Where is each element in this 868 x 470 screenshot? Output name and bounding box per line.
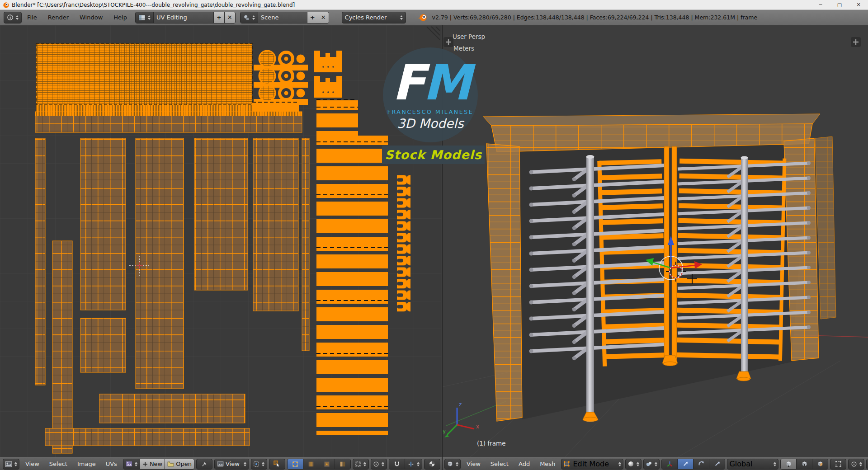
dropdown-arrows (859, 462, 862, 466)
uv-menu-view[interactable]: View (21, 461, 43, 467)
pivot-icon (253, 461, 259, 467)
dropdown-arrows (363, 462, 366, 466)
delete-layout-button[interactable]: ✕ (225, 12, 235, 23)
render-engine-select[interactable]: Cycles Render (342, 12, 406, 24)
manipulator-toggle-button[interactable] (662, 459, 678, 469)
watermark-banner: Stock Models (382, 146, 485, 164)
dropdown-arrows (456, 462, 458, 466)
add-layout-button[interactable]: + (214, 12, 225, 23)
face-select-icon (324, 461, 330, 467)
edge-cube-icon (801, 461, 808, 467)
pivot-point-icon (646, 461, 652, 467)
info-icon (7, 14, 14, 21)
viewport-canvas[interactable]: User Persp Meters (1) frame z x y (443, 25, 868, 457)
toolshelf-toggle[interactable] (443, 37, 453, 47)
pin-image-button[interactable] (196, 459, 212, 470)
dropdown-arrows (16, 15, 19, 20)
manipulator-scale-button[interactable] (709, 459, 725, 469)
render-result-icon (429, 461, 435, 467)
manipulator-translate-button[interactable] (678, 459, 693, 469)
scene-name-field[interactable]: Scene (258, 12, 307, 23)
island-select-icon (340, 461, 346, 467)
uv-select-vertex-button[interactable] (288, 459, 303, 469)
uv-sync-selection-toggle[interactable] (269, 459, 285, 470)
screen-layout-name-field[interactable]: UV Editing (154, 12, 214, 23)
editor-type-3dview-button[interactable] (444, 459, 461, 470)
blender-logo (418, 13, 428, 22)
active-object-overlay: (1) frame (477, 440, 505, 447)
uv-canvas[interactable] (0, 25, 442, 457)
dropdown-arrows (244, 462, 246, 466)
uv-select-edge-button[interactable] (303, 459, 319, 469)
layout-icon (138, 14, 146, 21)
axis-tripod-icon (666, 461, 673, 467)
vp-menu-mesh[interactable]: Mesh (536, 461, 559, 467)
uv-sticky-selection[interactable] (353, 459, 369, 470)
view-name-overlay: User Persp (453, 33, 485, 40)
axis-z-label: z (459, 401, 462, 408)
uv-menu-select[interactable]: Select (45, 461, 71, 467)
screen-layout-icon-button[interactable] (136, 12, 154, 23)
rotate-icon (698, 461, 705, 467)
snap-increment-icon (407, 461, 415, 467)
vp-menu-select[interactable]: Select (486, 461, 513, 467)
uv-select-island-button[interactable] (335, 459, 350, 469)
uv-snap-toggle[interactable] (389, 459, 405, 469)
pivot-point-select[interactable] (643, 459, 660, 470)
transform-orientation-select[interactable]: Global (727, 459, 778, 470)
vp-menu-view[interactable]: View (462, 461, 485, 467)
folder-icon (167, 461, 174, 467)
properties-toggle[interactable] (851, 37, 861, 47)
dropdown-arrows (774, 462, 776, 466)
scene-statistics: v2.79 | Verts:69,280/69,280 | Edges:138,… (432, 14, 758, 21)
viewport-shading-select[interactable] (625, 459, 642, 470)
image-open-button[interactable]: Open (165, 459, 194, 469)
face-mode-button[interactable] (812, 459, 828, 469)
window-title: Blender* [C:\Users\franc\Desktop\STOCKPI… (12, 2, 295, 8)
editor-type-image-button[interactable] (3, 459, 19, 470)
vertex-mode-button[interactable] (781, 459, 797, 469)
scene-icon-button[interactable] (241, 12, 258, 23)
edge-mode-button[interactable] (797, 459, 812, 469)
proportional-edit-icon (373, 461, 379, 467)
editor-type-info-button[interactable] (4, 12, 22, 24)
image-new-button[interactable]: New (140, 459, 165, 469)
uv-pivot-select[interactable] (251, 459, 267, 470)
vp-menu-add[interactable]: Add (514, 461, 534, 467)
uv-select-face-button[interactable] (319, 459, 335, 469)
uv-display-mode[interactable]: View (215, 459, 249, 469)
menu-file[interactable]: File (22, 14, 42, 21)
uv-snap-element-select[interactable] (405, 459, 422, 469)
viewport-header: View Select Add Mesh Edit Mode (443, 457, 868, 470)
uv-menu-uvs[interactable]: UVs (102, 461, 121, 467)
uv-render-slot-icon-button[interactable] (424, 459, 440, 470)
menu-render[interactable]: Render (42, 14, 74, 21)
delete-scene-button[interactable]: ✕ (318, 12, 329, 23)
add-scene-button[interactable]: + (307, 12, 318, 23)
pin-icon (201, 461, 208, 467)
mode-select[interactable]: Edit Mode (561, 459, 623, 470)
image-icon (217, 461, 224, 467)
watermark-name: FRANCESCO MILANESE (387, 108, 474, 115)
dropdown-arrows (400, 15, 403, 20)
menu-help[interactable]: Help (108, 14, 132, 21)
mesh-select-mode-group (780, 459, 828, 470)
occlude-geometry-toggle[interactable] (830, 459, 846, 470)
edit-mode-icon (563, 461, 570, 467)
vertex-cube-icon (785, 461, 792, 467)
close-button[interactable]: ✕ (849, 0, 868, 10)
uv-ladder-island (316, 99, 388, 435)
image-datablock-browse[interactable] (123, 459, 140, 469)
dropdown-arrows (637, 462, 639, 466)
dropdown-arrows (417, 462, 420, 466)
dropdown-arrows (14, 462, 17, 466)
axis-y-label: y (443, 428, 446, 434)
menu-window[interactable]: Window (74, 14, 108, 21)
vp-proportional-edit[interactable] (848, 459, 864, 470)
manipulator-rotate-button[interactable] (693, 459, 709, 469)
sticky-select-icon (355, 461, 361, 467)
minimize-button[interactable]: ─ (811, 0, 830, 10)
uv-proportional-edit[interactable] (371, 459, 387, 470)
uv-menu-image[interactable]: Image (73, 461, 100, 467)
maximize-button[interactable]: ▢ (830, 0, 849, 10)
